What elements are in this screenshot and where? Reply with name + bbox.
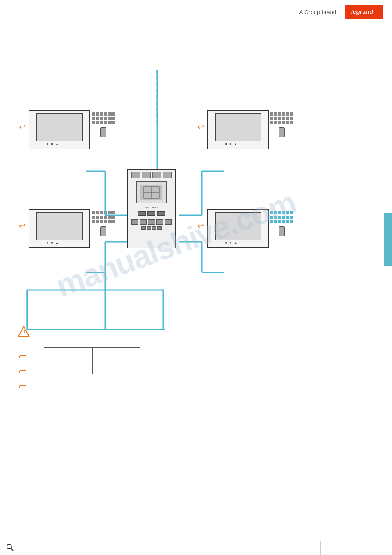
bottom-content: ! (0, 316, 392, 400)
wiring-diagram (0, 48, 392, 334)
legend-item-1 (18, 352, 370, 362)
svg-marker-27 (25, 384, 26, 387)
arrow-icon-br: ↩ (198, 221, 204, 231)
hub-label: b&b uomo (145, 206, 157, 209)
legend-items-list (18, 352, 370, 392)
svg-line-29 (11, 548, 13, 551)
central-hub: b&b uomo (127, 169, 176, 248)
legend-icon-1 (18, 352, 27, 362)
monitor-bottom-right: ↩ ■■▲─ (207, 209, 293, 248)
legend-icon-3 (18, 382, 27, 392)
arrow-icon-bl: ↩ (19, 221, 25, 231)
warning-section: ! (18, 325, 370, 339)
monitor-top-left: ↩ ■■▲─ (29, 110, 115, 149)
svg-text:legrand: legrand (351, 8, 374, 15)
monitor-bottom-left: ↩ ■■▲─ (29, 209, 115, 248)
legend-item-2 (18, 367, 370, 377)
legrand-logo-text: legrand (349, 7, 380, 18)
legend-icon-2 (18, 367, 27, 377)
arrow-icon-tl: ↩ (19, 122, 25, 132)
brand-label: A Group brand (299, 9, 336, 15)
legend-item-3 (18, 382, 370, 392)
diagram-area: ↩ ■■▲─ (0, 24, 392, 310)
right-side-tab (384, 213, 392, 266)
search-icon[interactable] (6, 544, 14, 553)
svg-marker-26 (25, 369, 26, 372)
svg-marker-25 (25, 354, 26, 357)
header-divider (341, 7, 341, 18)
svg-point-28 (7, 544, 11, 549)
svg-text:!: ! (23, 330, 25, 336)
legrand-logo: legrand (345, 5, 383, 19)
arrow-icon-tr: ↩ (198, 122, 204, 132)
warning-icon: ! (18, 325, 30, 339)
page-footer (0, 541, 392, 555)
page-header: A Group brand legrand (0, 0, 392, 24)
footer-dividers (285, 541, 392, 555)
legend-section (18, 347, 370, 392)
monitor-top-right: ↩ ■■▲─ (207, 110, 293, 149)
